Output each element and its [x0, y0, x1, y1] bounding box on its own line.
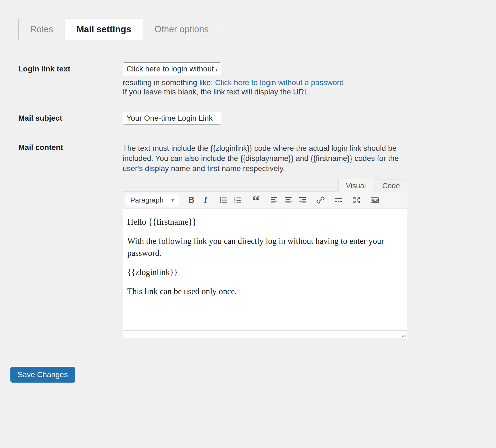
editor-statusbar: [123, 330, 407, 339]
align-right-icon: [298, 195, 307, 205]
editor-paragraph: {{zloginlink}}: [127, 266, 403, 278]
paragraph-format-label: Paragraph: [130, 196, 163, 204]
tab-mail-settings[interactable]: Mail settings: [65, 19, 143, 40]
keyboard-icon: [370, 195, 380, 205]
editor-toolbar: Paragraph ▼ B I: [123, 192, 407, 209]
fullscreen-icon: [352, 195, 362, 205]
more-tag-button[interactable]: [331, 194, 346, 206]
editor-frame: Paragraph ▼ B I: [123, 191, 407, 339]
mail-content-row: Mail content The text must include the {…: [0, 143, 496, 339]
paragraph-format-select[interactable]: Paragraph ▼: [126, 194, 179, 206]
align-right-button[interactable]: [295, 194, 310, 206]
fullscreen-button[interactable]: [350, 194, 364, 206]
login-link-help: resulting in something like: Click here …: [123, 78, 407, 87]
align-center-button[interactable]: [281, 194, 295, 206]
editor-paragraph: With the following link you can directly…: [127, 235, 403, 259]
bulleted-list-icon: [219, 195, 229, 205]
bold-button[interactable]: B: [184, 194, 198, 206]
tab-roles[interactable]: Roles: [18, 19, 65, 40]
align-center-icon: [283, 195, 293, 205]
mail-content-description: The text must include the {{zloginlink}}…: [123, 143, 407, 174]
mail-content-label: Mail content: [18, 143, 123, 339]
mail-subject-label: Mail subject: [18, 112, 123, 125]
editor-tab-visual[interactable]: Visual: [338, 179, 373, 192]
editor-paragraph: This link can be used only once.: [127, 285, 403, 297]
align-left-icon: [269, 195, 279, 205]
more-tag-icon: [334, 195, 344, 205]
blockquote-icon: “: [252, 200, 260, 207]
insert-link-button[interactable]: [313, 194, 328, 206]
login-link-help-prefix: resulting in something like:: [123, 78, 215, 87]
chevron-down-icon: ▼: [171, 198, 175, 203]
numbered-list-button[interactable]: 1 2 3: [231, 194, 245, 206]
insert-link-icon: [316, 195, 325, 205]
bold-icon: B: [188, 195, 194, 205]
save-changes-button[interactable]: Save Changes: [10, 367, 75, 383]
editor-mode-tabs: Visual Code: [123, 179, 407, 192]
italic-icon: I: [204, 195, 207, 205]
settings-tab-bar: Roles Mail settings Other options: [10, 19, 486, 40]
mail-subject-row: Mail subject: [0, 112, 496, 125]
blockquote-button[interactable]: “: [249, 194, 263, 206]
mail-content-editor: Visual Code Paragraph ▼ B I: [123, 179, 407, 339]
numbered-list-icon: 1 2 3: [233, 195, 243, 205]
login-link-text-label: Login link text: [18, 62, 123, 96]
mail-subject-input[interactable]: [123, 112, 221, 125]
svg-text:3: 3: [234, 201, 235, 204]
login-link-text-input[interactable]: [123, 62, 221, 75]
login-link-example-link[interactable]: Click here to login without a password: [215, 78, 344, 87]
bulleted-list-button[interactable]: [217, 194, 231, 206]
resize-grip[interactable]: [402, 333, 406, 337]
keyboard-toolbar-toggle-button[interactable]: [368, 194, 382, 206]
align-left-button[interactable]: [267, 194, 281, 206]
tab-other-options[interactable]: Other options: [143, 19, 220, 40]
editor-paragraph: Hello {{firstname}}: [127, 216, 403, 228]
login-link-text-row: Login link text resulting in something l…: [0, 62, 496, 96]
editor-tab-code[interactable]: Code: [375, 180, 407, 192]
italic-button[interactable]: I: [198, 194, 213, 206]
editor-content[interactable]: Hello {{firstname}} With the following l…: [123, 209, 407, 330]
login-link-help-line2: If you leave this blank, the link text w…: [123, 88, 407, 96]
